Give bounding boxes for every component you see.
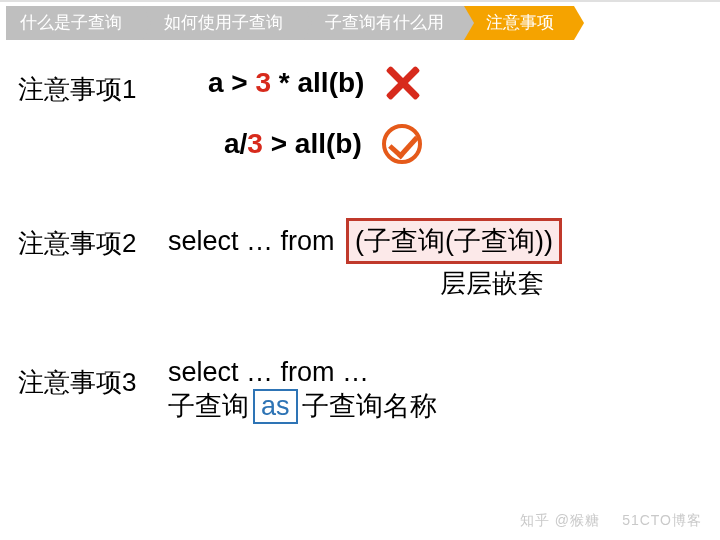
cross-icon <box>384 64 422 102</box>
tab-what-is[interactable]: 什么是子查询 <box>6 6 142 40</box>
slide-content: 注意事项1 a > 3 * all(b) a/3 > all(b) 注意事项2 … <box>0 56 720 424</box>
breadcrumb-tabs: 什么是子查询 如何使用子查询 子查询有什么用 注意事项 <box>6 6 714 40</box>
expr-highlight: 3 <box>247 128 263 159</box>
expr-highlight: 3 <box>255 67 271 98</box>
note-3-line1: select … from … <box>168 357 702 388</box>
wrong-expression: a > 3 * all(b) <box>208 67 364 99</box>
note-2: 注意事项2 select … from (子查询(子查询)) 层层嵌套 <box>18 218 702 301</box>
expr-text: a > <box>208 67 255 98</box>
expr-text: > all(b) <box>263 128 362 159</box>
as-keyword-box: as <box>253 389 298 424</box>
top-divider <box>0 0 720 2</box>
alias-name: 子查询名称 <box>302 391 437 421</box>
note-2-caption: 层层嵌套 <box>440 266 702 301</box>
right-expression: a/3 > all(b) <box>224 128 362 160</box>
tab-usage[interactable]: 子查询有什么用 <box>303 6 464 40</box>
note-1: 注意事项1 a > 3 * all(b) a/3 > all(b) <box>18 64 702 174</box>
note-3-label: 注意事项3 <box>18 357 168 400</box>
tab-notes[interactable]: 注意事项 <box>464 6 574 40</box>
sql-prefix: select … from <box>168 226 342 256</box>
alias-prefix: 子查询 <box>168 391 249 421</box>
check-icon <box>382 124 422 164</box>
nested-subquery-box: (子查询(子查询)) <box>346 218 562 264</box>
expr-text: a/ <box>224 128 247 159</box>
note-1-label: 注意事项1 <box>18 64 168 107</box>
note-3-line2: 子查询as子查询名称 <box>168 388 702 424</box>
watermark-51cto: 51CTO博客 <box>622 512 702 530</box>
note-2-label: 注意事项2 <box>18 218 168 261</box>
note-3: 注意事项3 select … from … 子查询as子查询名称 <box>18 357 702 424</box>
expr-text: * all(b) <box>271 67 364 98</box>
note-2-expression: select … from (子查询(子查询)) <box>168 218 702 264</box>
tab-how-to-use[interactable]: 如何使用子查询 <box>142 6 303 40</box>
watermark-zhihu: 知乎 @猴糖 <box>520 512 600 530</box>
